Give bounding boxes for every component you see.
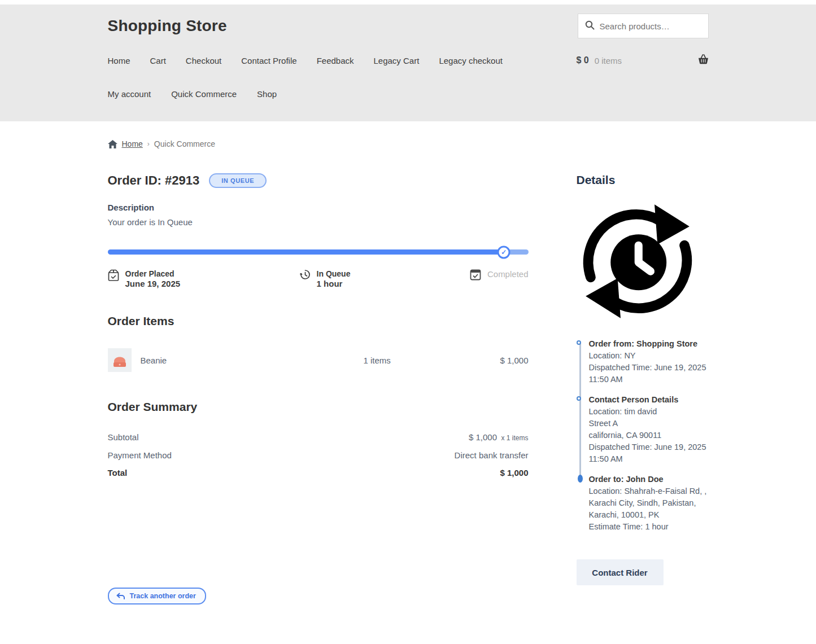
top-strip	[0, 0, 816, 5]
nav-item-cart[interactable]: Cart	[150, 56, 166, 65]
nav-item-legacy-cart[interactable]: Legacy Cart	[374, 56, 420, 65]
nav-item-feedback[interactable]: Feedback	[317, 56, 354, 65]
nav-item-my-account[interactable]: My account	[108, 89, 151, 99]
product-thumbnail	[108, 348, 132, 372]
step-value: 1 hour	[317, 279, 351, 288]
summary-value: $ 1,000	[500, 468, 528, 477]
search-icon	[585, 20, 595, 32]
description-text: Your order is In Queue	[108, 217, 529, 227]
timeline-bullet-icon	[577, 396, 581, 401]
timeline-line-text: Karachi City, Sindh, Pakistan,	[589, 497, 709, 509]
step-completed: Completed	[470, 269, 529, 288]
summary-label: Payment Method	[108, 450, 172, 460]
timeline-title: Order from: Shopping Store	[589, 338, 709, 350]
package-check-icon	[108, 269, 119, 282]
details-panel: Details Order from: Shopping Store	[577, 173, 709, 604]
summary-label: Subtotal	[108, 432, 139, 442]
search-input[interactable]	[600, 21, 701, 31]
timeline-bullet-filled-icon	[578, 475, 583, 483]
details-heading: Details	[577, 173, 709, 187]
step-label: Order Placed	[125, 269, 181, 279]
timeline-line-text: 11:50 AM	[589, 453, 709, 465]
timeline-line-text: Dispatched Time: June 19, 2025	[589, 441, 709, 453]
calendar-check-icon	[470, 269, 481, 281]
step-in-queue: In Queue 1 hour	[300, 269, 351, 288]
beanie-image	[112, 352, 127, 368]
home-icon	[108, 140, 117, 148]
item-name: Beanie	[141, 356, 364, 365]
step-label: Completed	[487, 269, 529, 280]
order-progress-bar: ✓	[108, 249, 529, 255]
description-label: Description	[108, 203, 529, 212]
nav-item-contact-profile[interactable]: Contact Profile	[241, 56, 296, 65]
processing-clock-icon	[578, 201, 709, 323]
breadcrumb-separator: ›	[147, 140, 150, 148]
timeline-line-text: Dispatched Time: June 19, 2025	[589, 362, 709, 374]
order-summary-heading: Order Summary	[108, 400, 529, 414]
step-order-placed: Order Placed June 19, 2025	[108, 269, 181, 288]
contact-rider-button[interactable]: Contact Rider	[577, 559, 664, 585]
order-status-badge: IN QUEUE	[209, 173, 267, 188]
order-tracking-panel: Order ID: #2913 IN QUEUE Description You…	[108, 173, 529, 604]
timeline-line-text: Karachi, 10001, PK	[589, 509, 709, 521]
track-another-order-label: Track another order	[130, 592, 196, 600]
timeline-line-text: california, CA 90011	[589, 430, 709, 441]
summary-row-subtotal: Subtotal $ 1,000 x 1 items	[108, 428, 529, 446]
cart-total: $ 0	[577, 55, 589, 65]
step-value: June 19, 2025	[125, 279, 181, 288]
primary-nav: Home Cart Checkout Contact Profile Feedb…	[108, 56, 503, 65]
breadcrumb: Home › Quick Commerce	[108, 121, 709, 148]
nav-item-home[interactable]: Home	[108, 56, 130, 65]
timeline-entry-contact-person: Contact Person Details Location: tim dav…	[577, 394, 709, 465]
timeline-line-text: Estimate Time: 1 hour	[589, 521, 709, 533]
summary-suffix: x 1 items	[501, 434, 528, 442]
timeline-title: Order to: John Doe	[589, 474, 709, 485]
order-item-row: Beanie 1 items $ 1,000	[108, 348, 529, 372]
nav-item-quick-commerce[interactable]: Quick Commerce	[171, 89, 237, 99]
item-quantity: 1 items	[364, 356, 500, 365]
summary-label: Total	[108, 468, 128, 477]
timeline-line-text: 11:50 AM	[589, 374, 709, 385]
summary-value: $ 1,000	[469, 432, 497, 442]
nav-item-legacy-checkout[interactable]: Legacy checkout	[439, 56, 503, 65]
summary-value: Direct bank transfer	[455, 450, 529, 460]
nav-item-shop[interactable]: Shop	[257, 89, 277, 99]
delivery-timeline: Order from: Shopping Store Location: NY …	[577, 338, 709, 533]
return-arrow-icon	[116, 593, 125, 600]
progress-steps: Order Placed June 19, 2025 In Queue 1 ho…	[108, 269, 529, 288]
summary-row-total: Total $ 1,000	[108, 464, 529, 481]
site-title: Shopping Store	[108, 17, 227, 35]
search-box[interactable]	[578, 14, 709, 38]
cart-count: 0 items	[595, 56, 622, 65]
timeline-line-text: Location: Shahrah-e-Faisal Rd, ,	[589, 485, 709, 497]
track-another-order-button[interactable]: Track another order	[108, 588, 206, 604]
breadcrumb-current: Quick Commerce	[154, 139, 215, 148]
item-price: $ 1,000	[500, 356, 528, 365]
nav-item-checkout[interactable]: Checkout	[186, 56, 221, 65]
order-id-title: Order ID: #2913	[108, 173, 200, 188]
basket-icon[interactable]	[698, 54, 709, 67]
breadcrumb-home-link[interactable]: Home	[122, 139, 143, 148]
timeline-title: Contact Person Details	[589, 394, 709, 406]
step-label: In Queue	[317, 269, 351, 279]
secondary-nav: My account Quick Commerce Shop	[108, 89, 709, 99]
progress-marker-check-icon: ✓	[498, 246, 510, 259]
header: Shopping Store Home Cart Checkout Contac…	[0, 5, 816, 121]
summary-row-payment-method: Payment Method Direct bank transfer	[108, 446, 529, 464]
progress-fill	[108, 249, 504, 255]
timeline-entry-origin: Order from: Shopping Store Location: NY …	[577, 338, 709, 385]
timeline-line-text: Street A	[589, 418, 709, 430]
order-summary-table: Subtotal $ 1,000 x 1 items Payment Metho…	[108, 428, 529, 481]
timeline-line-text: Location: tim david	[589, 406, 709, 418]
clock-history-icon	[300, 269, 311, 280]
timeline-bullet-icon	[577, 340, 581, 345]
order-items-heading: Order Items	[108, 314, 529, 328]
timeline-line-text: Location: NY	[589, 350, 709, 362]
page: Shopping Store Home Cart Checkout Contac…	[0, 0, 816, 644]
timeline-entry-destination: Order to: John Doe Location: Shahrah-e-F…	[577, 474, 709, 533]
header-cart-info[interactable]: $ 0 0 items	[577, 54, 709, 67]
